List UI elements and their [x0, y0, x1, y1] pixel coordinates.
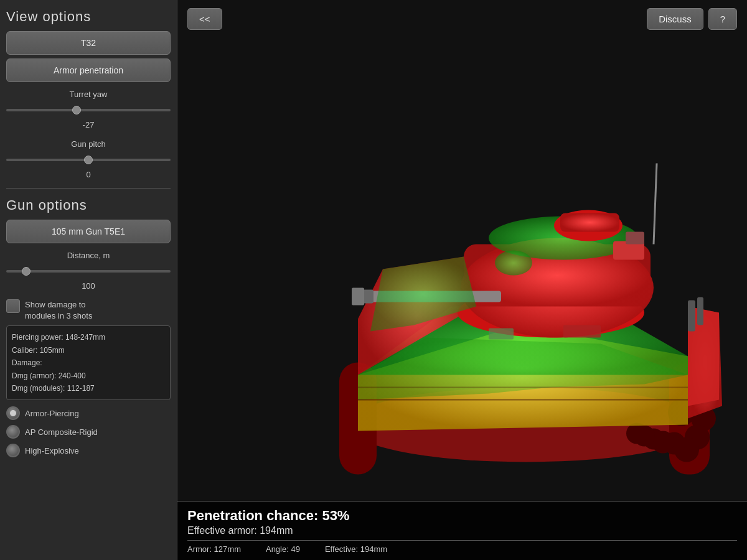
- bottom-info: Penetration chance: 53% Effective armor:…: [177, 501, 747, 560]
- radio-he[interactable]: High-Explosive: [6, 444, 171, 457]
- back-button[interactable]: <<: [187, 8, 222, 30]
- stats-row: Armor: 127mm Angle: 49 Effective: 194mm: [187, 540, 737, 554]
- checkbox-row: Show damage tomodules in 3 shots: [6, 299, 171, 322]
- tank-svg: [177, 37, 747, 501]
- gun-options-title: Gun options: [6, 197, 171, 213]
- help-button[interactable]: ?: [708, 8, 737, 30]
- ammo-type-group: Armor-Piercing AP Composite-Rigid High-E…: [6, 406, 171, 457]
- turret-yaw-value: -27: [6, 120, 171, 129]
- distance-slider-container: [6, 265, 171, 278]
- armor-penetration-button[interactable]: Armor penetration: [6, 58, 171, 82]
- distance-value: 100: [6, 281, 171, 291]
- top-right-buttons: Discuss ?: [647, 8, 737, 30]
- turret-yaw-label: Turret yaw: [6, 90, 171, 99]
- effective-armor: Effective armor: 194mm: [187, 525, 737, 536]
- radio-apcr[interactable]: AP Composite-Rigid: [6, 425, 171, 439]
- caliber: Caliber: 105mm: [12, 344, 165, 357]
- dmg-modules: Dmg (modules): 112-187: [12, 382, 165, 394]
- svg-rect-26: [352, 288, 364, 306]
- radio-he-circle: [6, 444, 20, 457]
- show-damage-checkbox[interactable]: [6, 299, 20, 313]
- svg-rect-33: [697, 297, 703, 325]
- gun-pitch-value: 0: [6, 170, 171, 179]
- turret-yaw-slider[interactable]: [6, 109, 171, 111]
- radio-he-label: High-Explosive: [25, 446, 79, 455]
- radio-apcr-circle: [6, 425, 20, 439]
- angle-stat: Angle: 49: [266, 544, 300, 554]
- piercing-power: Piercing power: 148-247mm: [12, 331, 165, 343]
- radio-apcr-label: AP Composite-Rigid: [25, 427, 98, 437]
- view-options-title: View options: [6, 9, 171, 25]
- gun-pitch-slider[interactable]: [6, 159, 171, 161]
- distance-label: Distance, m: [6, 251, 171, 260]
- svg-rect-35: [563, 325, 601, 338]
- turret-yaw-slider-container: [6, 104, 171, 116]
- left-panel: View options T32 Armor penetration Turre…: [0, 0, 177, 560]
- svg-rect-32: [688, 301, 695, 332]
- svg-rect-29: [626, 232, 644, 245]
- distance-slider[interactable]: [6, 270, 171, 273]
- radio-ap[interactable]: Armor-Piercing: [6, 406, 171, 420]
- discuss-button[interactable]: Discuss: [647, 8, 703, 30]
- radio-ap-label: Armor-Piercing: [25, 409, 79, 418]
- gun-select-button[interactable]: 105 mm Gun T5E1: [6, 220, 171, 243]
- right-panel: << Discuss ?: [177, 0, 747, 560]
- gun-pitch-label: Gun pitch: [6, 139, 171, 149]
- svg-point-12: [626, 423, 647, 444]
- divider-1: [6, 188, 171, 189]
- checkbox-label: Show damage tomodules in 3 shots: [25, 299, 92, 322]
- tank-select-button[interactable]: T32: [6, 31, 171, 55]
- svg-rect-36: [489, 329, 514, 340]
- gun-pitch-slider-container: [6, 154, 171, 166]
- penetration-chance: Penetration chance: 53%: [187, 508, 737, 524]
- ammo-info-box: Piercing power: 148-247mm Caliber: 105mm…: [6, 325, 171, 400]
- effective-stat: Effective: 194mm: [325, 544, 387, 554]
- svg-point-27: [495, 251, 532, 276]
- top-bar: << Discuss ?: [177, 0, 747, 37]
- armor-stat: Armor: 127mm: [187, 544, 241, 554]
- tank-view: [177, 37, 747, 501]
- svg-rect-23: [560, 213, 619, 232]
- radio-ap-circle: [6, 406, 20, 420]
- svg-line-34: [654, 164, 657, 245]
- dmg-armor: Dmg (armor): 240-400: [12, 370, 165, 382]
- damage: Damage:: [12, 357, 165, 369]
